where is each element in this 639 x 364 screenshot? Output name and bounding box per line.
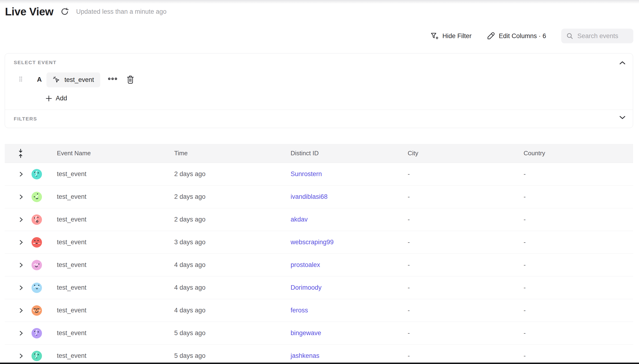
series-letter: A <box>37 76 42 83</box>
expand-row-icon[interactable] <box>19 330 24 336</box>
bottom-edge-bar <box>0 362 639 364</box>
table-row[interactable]: test_event 4 days ago prostoalex - - <box>5 254 633 276</box>
search-box[interactable] <box>561 29 633 43</box>
expand-row-icon[interactable] <box>19 217 24 222</box>
updated-status: Updated less than a minute ago <box>76 8 166 16</box>
column-header-city[interactable]: City <box>408 150 524 157</box>
table-row[interactable]: test_event 5 days ago jashkenas - - <box>5 344 633 364</box>
user-avatar <box>32 260 42 270</box>
user-avatar <box>32 282 42 293</box>
search-icon <box>566 32 574 40</box>
city-cell: - <box>408 307 524 314</box>
expand-row-icon[interactable] <box>19 171 24 177</box>
event-name-cell: test_event <box>57 193 174 200</box>
column-header-country[interactable]: Country <box>524 150 633 157</box>
country-cell: - <box>524 284 633 291</box>
collapse-section-icon[interactable] <box>619 60 626 66</box>
expand-row-icon[interactable] <box>19 194 24 200</box>
expand-row-icon[interactable] <box>19 240 24 245</box>
country-cell: - <box>524 193 633 200</box>
distinct-id-link[interactable]: prostoalex <box>291 261 320 268</box>
table-row[interactable]: test_event 5 days ago bingewave - - <box>5 322 633 344</box>
filters-label: FILTERS <box>14 116 37 122</box>
table-row[interactable]: test_event 2 days ago Sunrostern - - <box>5 163 633 186</box>
distinct-id-link[interactable]: feross <box>291 307 308 314</box>
refresh-button[interactable] <box>60 6 70 17</box>
city-cell: - <box>408 216 524 223</box>
collapse-rows-button[interactable] <box>18 149 57 158</box>
column-header-time[interactable]: Time <box>174 150 291 157</box>
distinct-id-link[interactable]: ivandiblasi68 <box>291 193 328 200</box>
time-cell: 4 days ago <box>174 307 291 314</box>
selected-event-chip[interactable]: test_event <box>47 72 100 87</box>
time-cell: 2 days ago <box>174 193 291 200</box>
table-row[interactable]: test_event 4 days ago Dorimoody - - <box>5 276 633 299</box>
country-cell: - <box>524 307 633 314</box>
expand-section-icon[interactable] <box>619 115 626 121</box>
time-cell: 2 days ago <box>174 170 291 178</box>
hide-filter-label: Hide Filter <box>442 32 472 40</box>
expand-row-icon[interactable] <box>19 308 24 313</box>
event-query-row: A test_event <box>5 72 633 88</box>
event-name-cell: test_event <box>57 216 174 223</box>
distinct-id-link[interactable]: Dorimoody <box>291 284 322 291</box>
event-name-cell: test_event <box>57 352 174 360</box>
table-header-row: Event Name Time Distinct ID City Country <box>5 144 633 163</box>
select-event-section: SELECT EVENT A <box>5 54 633 110</box>
toolbar: Hide Filter Edit Columns · 6 <box>430 28 633 44</box>
filter-plus-icon <box>430 32 439 40</box>
time-cell: 4 days ago <box>174 261 291 268</box>
distinct-id-link[interactable]: Sunrostern <box>291 170 322 178</box>
edit-columns-label: Edit Columns · 6 <box>499 32 546 40</box>
user-avatar <box>32 237 42 248</box>
user-avatar <box>32 192 42 202</box>
distinct-id-link[interactable]: bingewave <box>291 330 321 336</box>
event-name-cell: test_event <box>57 238 174 246</box>
table-row[interactable]: test_event 3 days ago webscraping99 - - <box>5 231 633 254</box>
event-name-cell: test_event <box>57 307 174 314</box>
delete-event-button[interactable] <box>126 75 134 85</box>
distinct-id-link[interactable]: akdav <box>291 216 308 223</box>
top-shadow <box>0 0 639 4</box>
expand-row-icon[interactable] <box>19 285 24 291</box>
time-cell: 4 days ago <box>174 284 291 291</box>
table-row[interactable]: test_event 2 days ago ivandiblasi68 - - <box>5 186 633 208</box>
country-cell: - <box>524 238 633 246</box>
city-cell: - <box>408 284 524 291</box>
hide-filter-button[interactable]: Hide Filter <box>430 32 472 40</box>
country-cell: - <box>524 216 633 223</box>
time-cell: 3 days ago <box>174 238 291 246</box>
city-cell: - <box>408 352 524 360</box>
table-row[interactable]: test_event 4 days ago feross - - <box>5 299 633 322</box>
column-header-event-name[interactable]: Event Name <box>57 150 174 157</box>
edit-columns-button[interactable]: Edit Columns · 6 <box>487 32 546 40</box>
expand-row-icon[interactable] <box>19 353 24 359</box>
drag-handle-icon[interactable] <box>19 75 23 86</box>
page-title: Live View <box>5 5 53 18</box>
time-cell: 2 days ago <box>174 216 291 223</box>
add-event-button[interactable]: Add <box>45 95 67 102</box>
select-event-label: SELECT EVENT <box>14 60 56 65</box>
country-cell: - <box>524 352 633 360</box>
table-body: test_event 2 days ago Sunrostern - - tes… <box>5 163 633 364</box>
user-avatar <box>32 214 42 225</box>
cursor-click-icon <box>53 76 61 84</box>
filters-section[interactable]: FILTERS <box>5 110 633 128</box>
time-cell: 5 days ago <box>174 352 291 360</box>
distinct-id-link[interactable]: jashkenas <box>291 352 319 359</box>
city-cell: - <box>408 170 524 178</box>
events-table: Event Name Time Distinct ID City Country… <box>5 144 633 364</box>
search-input[interactable] <box>577 32 629 40</box>
country-cell: - <box>524 170 633 178</box>
distinct-id-link[interactable]: webscraping99 <box>291 238 334 246</box>
user-avatar <box>32 169 42 180</box>
column-header-distinct-id[interactable]: Distinct ID <box>291 150 408 157</box>
more-options-button[interactable] <box>108 77 118 82</box>
city-cell: - <box>408 193 524 200</box>
expand-row-icon[interactable] <box>19 262 24 268</box>
table-row[interactable]: test_event 2 days ago akdav - - <box>5 208 633 231</box>
query-builder-card: SELECT EVENT A <box>5 53 633 128</box>
event-name-cell: test_event <box>57 330 174 337</box>
event-name-cell: test_event <box>57 170 174 178</box>
refresh-icon <box>60 7 69 16</box>
